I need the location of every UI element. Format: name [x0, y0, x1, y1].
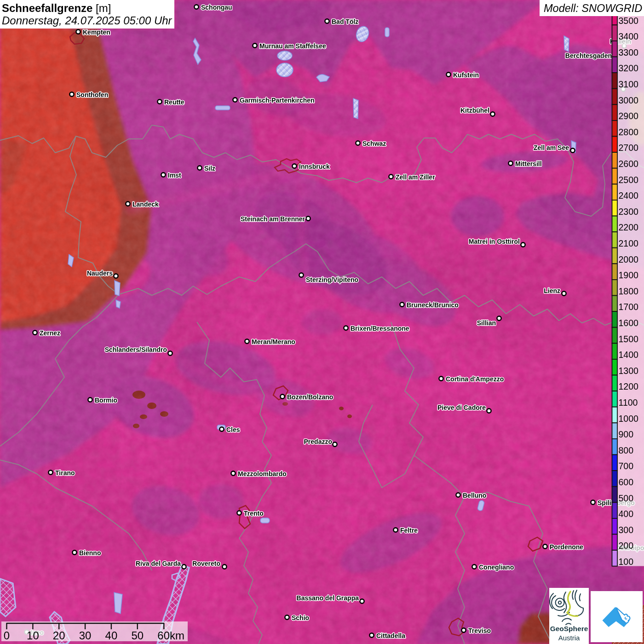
- svg-text:3400: 3400: [619, 31, 639, 41]
- svg-text:Tirano: Tirano: [55, 469, 75, 477]
- svg-text:40: 40: [105, 629, 118, 642]
- svg-text:0: 0: [4, 629, 10, 642]
- svg-text:Zernez: Zernez: [40, 329, 60, 337]
- svg-text:Rovereto: Rovereto: [192, 560, 220, 567]
- svg-text:500: 500: [619, 493, 634, 503]
- svg-text:Silz: Silz: [204, 165, 215, 172]
- svg-text:Cittadella: Cittadella: [376, 632, 405, 639]
- svg-text:700: 700: [619, 461, 634, 471]
- svg-text:Kufstein: Kufstein: [453, 71, 479, 79]
- svg-text:2900: 2900: [619, 111, 639, 121]
- svg-text:Matrei in Osttirol: Matrei in Osttirol: [469, 238, 520, 245]
- svg-text:Austria: Austria: [558, 634, 580, 642]
- svg-text:Mittersill: Mittersill: [515, 160, 542, 167]
- svg-text:1000: 1000: [619, 414, 639, 424]
- svg-text:Schio: Schio: [292, 614, 309, 621]
- svg-text:Bruneck/Brunico: Bruneck/Brunico: [407, 301, 459, 309]
- svg-text:1100: 1100: [619, 397, 638, 408]
- svg-text:Mezzolombardo: Mezzolombardo: [238, 470, 287, 477]
- svg-text:Murnau am Staffelsee: Murnau am Staffelsee: [259, 42, 326, 50]
- svg-text:Lienz: Lienz: [544, 287, 560, 294]
- svg-text:Meran/Merano: Meran/Merano: [252, 338, 295, 345]
- svg-text:Predazzo: Predazzo: [304, 438, 332, 445]
- svg-text:50: 50: [131, 629, 144, 642]
- svg-text:200: 200: [619, 540, 634, 551]
- svg-text:3100: 3100: [619, 79, 639, 89]
- svg-text:Feltre: Feltre: [400, 527, 418, 534]
- svg-text:Imst: Imst: [168, 172, 181, 179]
- svg-text:Pordenone: Pordenone: [550, 543, 583, 551]
- svg-text:Conegliano: Conegliano: [479, 564, 514, 571]
- svg-text:Sterzing/Vipiteno: Sterzing/Vipiteno: [306, 276, 358, 283]
- svg-text:400: 400: [619, 509, 634, 519]
- svg-text:Zell am Ziller: Zell am Ziller: [396, 173, 435, 181]
- svg-text:2500: 2500: [619, 175, 639, 185]
- svg-text:2800: 2800: [619, 127, 639, 137]
- svg-text:3300: 3300: [619, 47, 639, 58]
- svg-text:Brixen/Bressanone: Brixen/Bressanone: [351, 325, 409, 332]
- svg-text:Bozen/Bolzano: Bozen/Bolzano: [287, 393, 333, 401]
- svg-text:Zell am See: Zell am See: [534, 144, 569, 151]
- svg-text:600: 600: [619, 477, 634, 487]
- svg-text:1300: 1300: [619, 366, 639, 376]
- svg-text:1400: 1400: [619, 350, 639, 360]
- svg-text:1500: 1500: [619, 334, 639, 344]
- svg-text:30: 30: [79, 629, 92, 642]
- svg-text:2700: 2700: [619, 143, 639, 153]
- svg-text:1800: 1800: [619, 286, 639, 296]
- svg-text:2100: 2100: [619, 238, 639, 248]
- svg-text:Bad Tölz: Bad Tölz: [332, 18, 358, 25]
- svg-text:Cortina d'Ampezzo: Cortina d'Ampezzo: [446, 375, 504, 383]
- svg-text:Schneefallgrenze [m]: Schneefallgrenze [m]: [2, 2, 111, 14]
- svg-text:2300: 2300: [619, 207, 639, 217]
- svg-text:Cles: Cles: [226, 426, 240, 433]
- svg-text:800: 800: [619, 445, 634, 455]
- svg-text:10: 10: [27, 629, 39, 642]
- svg-text:Bienno: Bienno: [79, 549, 101, 557]
- svg-text:60km: 60km: [157, 629, 184, 642]
- svg-text:1700: 1700: [619, 302, 639, 312]
- svg-text:100: 100: [619, 557, 634, 567]
- svg-text:Pieve di Cadore: Pieve di Cadore: [437, 404, 486, 411]
- svg-text:Sonthofen: Sonthofen: [76, 91, 108, 98]
- svg-text:1200: 1200: [619, 381, 639, 391]
- svg-text:Schongau: Schongau: [201, 4, 232, 11]
- svg-text:Donnerstag, 24.07.2025 05:00 U: Donnerstag, 24.07.2025 05:00 Uhr: [2, 14, 172, 27]
- svg-text:20: 20: [53, 629, 65, 642]
- svg-text:Sillian: Sillian: [477, 319, 496, 327]
- svg-text:Kempten: Kempten: [83, 29, 110, 36]
- svg-text:Schlanders/Silandro: Schlanders/Silandro: [105, 346, 167, 353]
- svg-text:Reutte: Reutte: [164, 98, 184, 106]
- svg-text:Nauders: Nauders: [87, 270, 113, 277]
- svg-text:Berchtesgaden: Berchtesgaden: [565, 52, 612, 59]
- svg-text:Garmisch-Partenkirchen: Garmisch-Partenkirchen: [240, 97, 315, 104]
- svg-text:2600: 2600: [619, 159, 639, 169]
- svg-text:Kitzbühel: Kitzbühel: [460, 107, 489, 114]
- svg-text:300: 300: [619, 525, 634, 535]
- svg-text:Schwaz: Schwaz: [362, 140, 386, 147]
- svg-text:Bassano del Grappa: Bassano del Grappa: [297, 594, 359, 602]
- svg-text:Treviso: Treviso: [468, 627, 491, 634]
- svg-text:1900: 1900: [619, 270, 639, 280]
- svg-text:Belluno: Belluno: [463, 492, 486, 499]
- svg-text:Steinach am Brenner: Steinach am Brenner: [241, 215, 305, 223]
- svg-text:2000: 2000: [619, 254, 639, 264]
- svg-text:3500: 3500: [619, 16, 639, 26]
- svg-text:3000: 3000: [619, 95, 639, 105]
- svg-text:1600: 1600: [619, 318, 639, 328]
- svg-text:2200: 2200: [619, 222, 639, 232]
- svg-text:Modell: SNOWGRID: Modell: SNOWGRID: [544, 2, 642, 14]
- svg-text:900: 900: [619, 429, 634, 439]
- svg-text:Riva del Garda: Riva del Garda: [136, 560, 181, 567]
- svg-text:Trento: Trento: [244, 510, 264, 517]
- svg-text:Innsbruck: Innsbruck: [299, 163, 330, 170]
- svg-text:3200: 3200: [619, 63, 639, 73]
- svg-text:GeoSphere: GeoSphere: [550, 625, 588, 632]
- svg-text:2400: 2400: [619, 190, 639, 201]
- svg-text:Landeck: Landeck: [132, 201, 159, 208]
- svg-text:Bormio: Bormio: [95, 397, 117, 404]
